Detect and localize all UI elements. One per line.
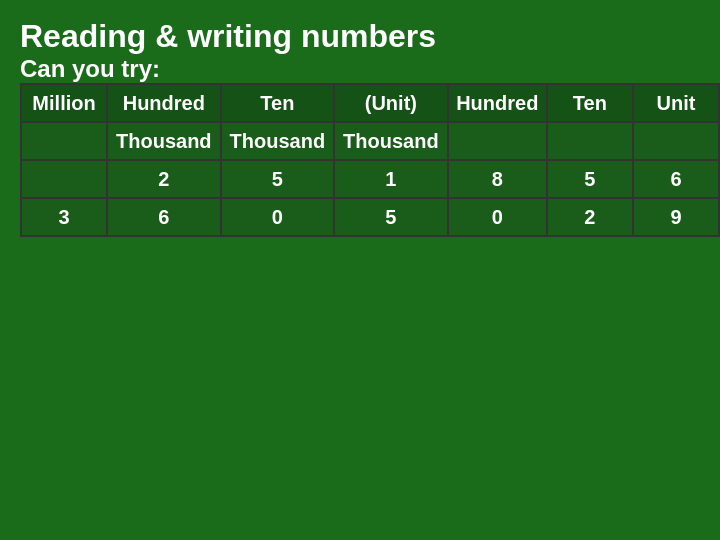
- col-header-million: Million: [21, 84, 107, 122]
- page-title: Reading & writing numbers: [20, 18, 700, 55]
- subheader-5: [547, 122, 633, 160]
- row2-col5: 2: [547, 198, 633, 236]
- subheader-0: [21, 122, 107, 160]
- header-row: Million Hundred Ten (Unit) Hundred Ten U…: [21, 84, 719, 122]
- row2-col2: 0: [221, 198, 335, 236]
- row1-col6: 6: [633, 160, 719, 198]
- row1-col0: [21, 160, 107, 198]
- col-header-hundred2: Hundred: [448, 84, 547, 122]
- row1-col5: 5: [547, 160, 633, 198]
- data-row-1: 2 5 1 8 5 6: [21, 160, 719, 198]
- col-header-hundred: Hundred: [107, 84, 221, 122]
- col-header-unit2: Unit: [633, 84, 719, 122]
- row1-col3: 1: [334, 160, 448, 198]
- subheader-6: [633, 122, 719, 160]
- row1-col1: 2: [107, 160, 221, 198]
- subheader-4: [448, 122, 547, 160]
- row2-col6: 9: [633, 198, 719, 236]
- subheader-3: Thousand: [334, 122, 448, 160]
- row2-col1: 6: [107, 198, 221, 236]
- row1-col4: 8: [448, 160, 547, 198]
- subheader-1: Thousand: [107, 122, 221, 160]
- col-header-unit: (Unit): [334, 84, 448, 122]
- row2-col0: 3: [21, 198, 107, 236]
- row1-col2: 5: [221, 160, 335, 198]
- subheader-row: Thousand Thousand Thousand: [21, 122, 719, 160]
- col-header-ten2: Ten: [547, 84, 633, 122]
- subheader-2: Thousand: [221, 122, 335, 160]
- col-header-ten: Ten: [221, 84, 335, 122]
- data-row-2: 3 6 0 5 0 2 9: [21, 198, 719, 236]
- page-subtitle: Can you try:: [20, 55, 700, 83]
- row2-col3: 5: [334, 198, 448, 236]
- row2-col4: 0: [448, 198, 547, 236]
- place-value-table: Million Hundred Ten (Unit) Hundred Ten U…: [20, 83, 720, 237]
